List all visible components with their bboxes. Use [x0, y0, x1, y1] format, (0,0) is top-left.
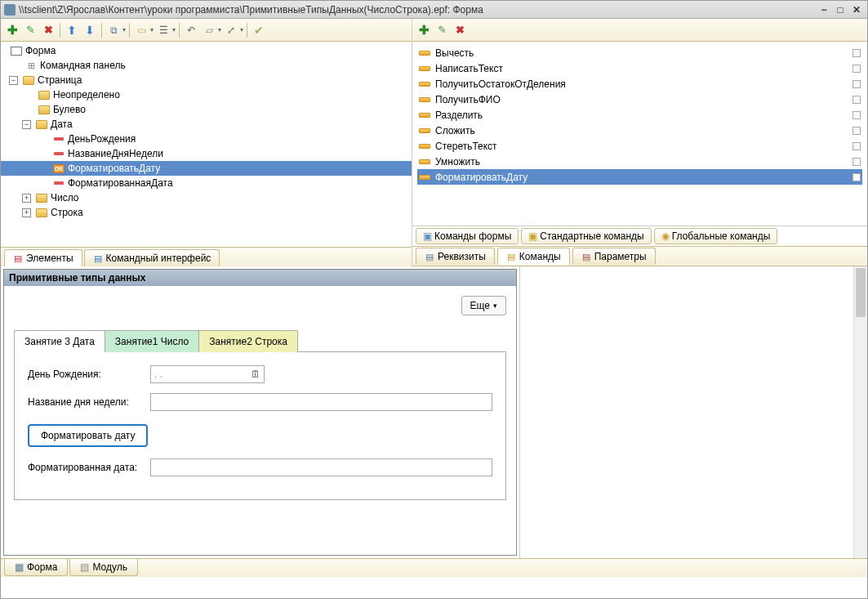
command-checkbox[interactable] — [852, 49, 861, 57]
command-row[interactable]: ПолучитьОстатокОтДеления — [417, 76, 862, 92]
dayname-label: Название дня недели: — [28, 396, 150, 408]
tree-node-date[interactable]: −Дата — [1, 117, 412, 132]
commands-list[interactable]: Вычесть НаписатьТекст ПолучитьОстатокОтД… — [412, 42, 867, 226]
command-icon — [419, 113, 430, 118]
delete-command-button[interactable]: ✖ — [452, 22, 468, 38]
expand-icon[interactable]: + — [22, 194, 31, 203]
scrollbar[interactable] — [853, 266, 867, 558]
calendar-icon[interactable]: 🗓 — [251, 369, 260, 380]
align-button[interactable]: ▱ — [201, 22, 217, 38]
minimize-button[interactable]: − — [817, 3, 831, 16]
formatted-label: Форматированная дата: — [28, 462, 150, 473]
more-button[interactable]: Еще▾ — [461, 296, 506, 315]
tree-node-string[interactable]: +Строка — [1, 205, 412, 220]
command-icon — [419, 51, 430, 56]
command-checkbox[interactable] — [852, 65, 861, 73]
tab-requisites[interactable]: ▤Реквизиты — [416, 248, 495, 265]
form-preview: Примитивные типы данных Еще▾ Занятие 3 Д… — [3, 269, 517, 556]
command-row[interactable]: Сложить — [417, 123, 862, 138]
maximize-button[interactable]: □ — [833, 3, 848, 16]
tree-node-birthday[interactable]: ДеньРождения — [1, 132, 412, 146]
command-icon — [419, 66, 430, 71]
tree-node-formatdate[interactable]: OKФорматироватьДату — [1, 161, 412, 176]
command-row[interactable]: Умножить — [417, 154, 862, 169]
edit-command-button[interactable]: ✎ — [434, 22, 450, 38]
command-icon — [419, 82, 430, 87]
collapse-icon[interactable]: − — [22, 120, 31, 129]
tree-node-form[interactable]: Форма — [1, 43, 412, 58]
command-checkbox[interactable] — [852, 142, 861, 150]
tree-node-number[interactable]: +Число — [1, 190, 412, 205]
close-button[interactable]: ✕ — [849, 3, 864, 16]
add-button[interactable]: ✚ — [4, 22, 20, 38]
left-toolbar: ✚ ✎ ✖ ⬆ ⬇ ⧉▾ ▭▾ ☰▾ ↶ ▱▾ ⤢▾ ✔ — [1, 19, 412, 42]
preview-tab-date[interactable]: Занятие 3 Дата — [14, 330, 105, 352]
elements-tree[interactable]: Форма Командная панель −Страница Неопред… — [1, 42, 412, 247]
command-row[interactable]: ПолучитьФИО — [417, 92, 862, 107]
tab-commands[interactable]: ▤Команды — [497, 248, 570, 265]
command-checkbox[interactable] — [852, 80, 861, 88]
command-checkbox[interactable] — [852, 158, 861, 166]
birthday-label: День Рождения: — [28, 369, 150, 380]
undo-button[interactable]: ↶ — [183, 22, 199, 38]
move-down-button[interactable]: ⬇ — [82, 22, 98, 38]
right-empty-panel — [520, 266, 867, 558]
expand-icon[interactable]: + — [22, 208, 31, 217]
tree-node-undefined[interactable]: Неопределено — [1, 87, 412, 102]
command-checkbox[interactable] — [852, 96, 861, 104]
tab-elements[interactable]: ▤Элементы — [4, 249, 82, 266]
dayname-input[interactable] — [150, 393, 492, 411]
expand-button[interactable]: ⤢ — [223, 22, 239, 38]
tree-node-formatteddate[interactable]: ФорматированнаяДата — [1, 176, 412, 190]
tab-parameters[interactable]: ▤Параметры — [572, 248, 656, 265]
copy-button[interactable]: ⧉ — [105, 22, 122, 38]
birthday-input[interactable]: . .🗓 — [150, 365, 265, 383]
command-row[interactable]: СтеретьТекст — [417, 138, 862, 154]
window-title: \\tsclient\Z\Ярослав\Контент\уроки прогр… — [19, 4, 817, 16]
footer-tab-module[interactable]: ▤Модуль — [69, 559, 138, 576]
command-row[interactable]: НаписатьТекст — [417, 60, 862, 76]
command-row[interactable]: ФорматироватьДату — [417, 169, 862, 185]
tree-node-page[interactable]: −Страница — [1, 73, 412, 87]
window-icon — [4, 4, 16, 16]
command-checkbox[interactable] — [852, 127, 861, 135]
command-icon — [419, 144, 430, 149]
command-checkbox[interactable] — [852, 111, 861, 119]
command-icon — [419, 97, 430, 102]
preview-tab-string[interactable]: Занятие2 Строка — [199, 330, 298, 352]
edit-button[interactable]: ✎ — [22, 22, 38, 38]
command-checkbox[interactable] — [852, 173, 861, 181]
add-command-button[interactable]: ✚ — [416, 22, 432, 38]
command-icon — [419, 128, 430, 133]
tree-node-dayname[interactable]: НазваниеДняНедели — [1, 146, 412, 161]
check-button[interactable]: ✔ — [251, 22, 267, 38]
format-date-button[interactable]: Форматировать дату — [28, 424, 148, 447]
tree-node-boolean[interactable]: Булево — [1, 102, 412, 117]
preview-tab-number[interactable]: Занятие1 Число — [105, 330, 199, 352]
command-icon — [419, 159, 430, 164]
formatted-input[interactable] — [150, 458, 492, 476]
titlebar: \\tsclient\Z\Ярослав\Контент\уроки прогр… — [1, 1, 867, 19]
move-up-button[interactable]: ⬆ — [64, 22, 80, 38]
delete-button[interactable]: ✖ — [40, 22, 56, 38]
command-row[interactable]: Вычесть — [417, 45, 862, 60]
tab-command-interface[interactable]: ▤Командный интерфейс — [84, 249, 220, 266]
tab-standard-commands[interactable]: ▣Стандартные команды — [521, 228, 651, 244]
command-row[interactable]: Разделить — [417, 107, 862, 123]
command-icon — [419, 175, 430, 180]
tab-global-commands[interactable]: ◉Глобальные команды — [654, 228, 778, 244]
tab-form-commands[interactable]: ▣Команды формы — [416, 228, 519, 244]
list-button[interactable]: ☰ — [155, 22, 171, 38]
footer-tab-form[interactable]: ▦Форма — [4, 559, 68, 576]
right-toolbar: ✚ ✎ ✖ — [412, 19, 867, 42]
layout-button[interactable]: ▭ — [133, 22, 149, 38]
preview-title: Примитивные типы данных — [4, 270, 516, 286]
tree-node-commandpanel[interactable]: Командная панель — [1, 58, 412, 73]
collapse-icon[interactable]: − — [9, 76, 18, 85]
